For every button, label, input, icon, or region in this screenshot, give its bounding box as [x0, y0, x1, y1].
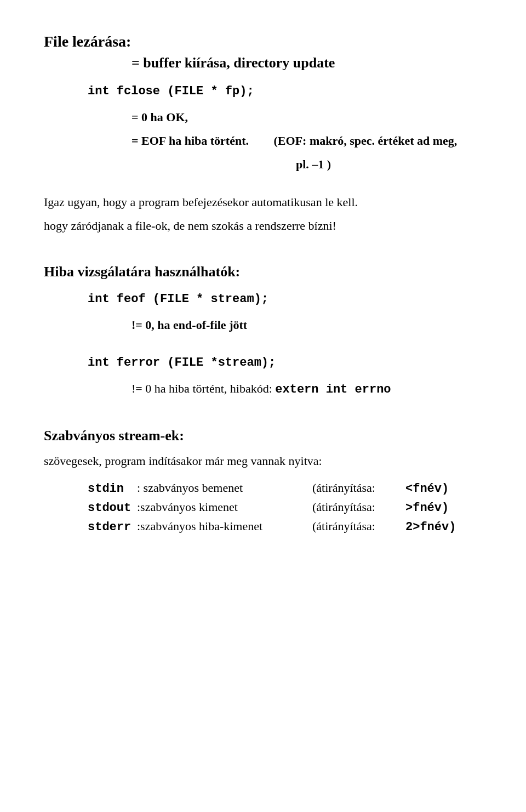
stderr-desc: :szabványos hiba-kimenet	[137, 519, 312, 533]
page-content: File lezárása: = buffer kiírása, directo…	[44, 33, 482, 534]
error-section: Hiba vizsgálatára használhatók: int feof…	[44, 261, 482, 399]
eof-note-text: (EOF: makró, spec. értéket ad meg,	[274, 134, 458, 147]
auto-close-text: Igaz ugyan, hogy a program befejezésekor…	[44, 193, 482, 211]
szabvanyos-sub: szövegesek, program indításakor már meg …	[44, 452, 482, 470]
page-title: File lezárása:	[44, 33, 482, 50]
stream-stderr-row: stderr :szabványos hiba-kimenet (átirány…	[88, 519, 482, 534]
stderr-name: stderr	[88, 520, 137, 534]
ferror-code: int ferror (FILE *stream);	[88, 354, 482, 372]
warning-text: hogy záródjanak a file-ok, de nem szokás…	[44, 217, 482, 235]
stdin-desc: : szabványos bemenet	[137, 481, 312, 495]
stdout-redir: >fnév)	[405, 501, 449, 515]
fclose-eof-text: = EOF ha hiba történt.	[132, 134, 249, 147]
stdin-paren: (átirányítása:	[312, 481, 405, 495]
ferror-desc-code: extern int errno	[275, 383, 391, 396]
page-footer: c-ea-3 / 15	[44, 809, 526, 812]
feof-code: int feof (FILE * stream);	[88, 290, 482, 308]
eof-note: (EOF: makró, spec. értéket ad meg,	[274, 134, 458, 147]
error-section-heading: Hiba vizsgálatára használhatók:	[44, 261, 482, 282]
stdout-desc: :szabványos kimenet	[137, 500, 312, 514]
feof-desc: != 0, ha end-of-file jött	[132, 316, 482, 334]
stdin-redir: <fnév)	[405, 482, 449, 496]
fclose-ok: = 0 ha OK,	[132, 108, 482, 126]
eof-note2: pl. –1 )	[296, 155, 482, 173]
streams-table: stdin : szabványos bemenet (átirányítása…	[88, 481, 482, 534]
ferror-desc: != 0 ha hiba történt, hibakód: extern in…	[132, 379, 482, 399]
page-subtitle: = buffer kiírása, directory update	[132, 55, 482, 71]
stdin-name: stdin	[88, 482, 137, 496]
stream-stdin-row: stdin : szabványos bemenet (átirányítása…	[88, 481, 482, 496]
stdout-name: stdout	[88, 501, 137, 515]
stdout-paren: (átirányítása:	[312, 500, 405, 514]
szabvanyos-heading: Szabványos stream-ek:	[44, 425, 482, 446]
stream-stdout-row: stdout :szabványos kimenet (átirányítása…	[88, 500, 482, 515]
szabvanyos-section: Szabványos stream-ek: szövegesek, progra…	[44, 425, 482, 534]
ferror-desc-start: != 0 ha hiba történt, hibakód:	[132, 382, 275, 395]
stderr-paren: (átirányítása:	[312, 519, 405, 533]
fclose-code: int fclose (FILE * fp);	[88, 82, 482, 100]
footer-text: c-ea-3 / 15	[281, 809, 333, 812]
stderr-redir: 2>fnév)	[405, 520, 456, 534]
page-wrapper: File lezárása: = buffer kiírása, directo…	[44, 33, 482, 812]
fclose-eof: = EOF ha hiba történt. (EOF: makró, spec…	[132, 132, 482, 150]
